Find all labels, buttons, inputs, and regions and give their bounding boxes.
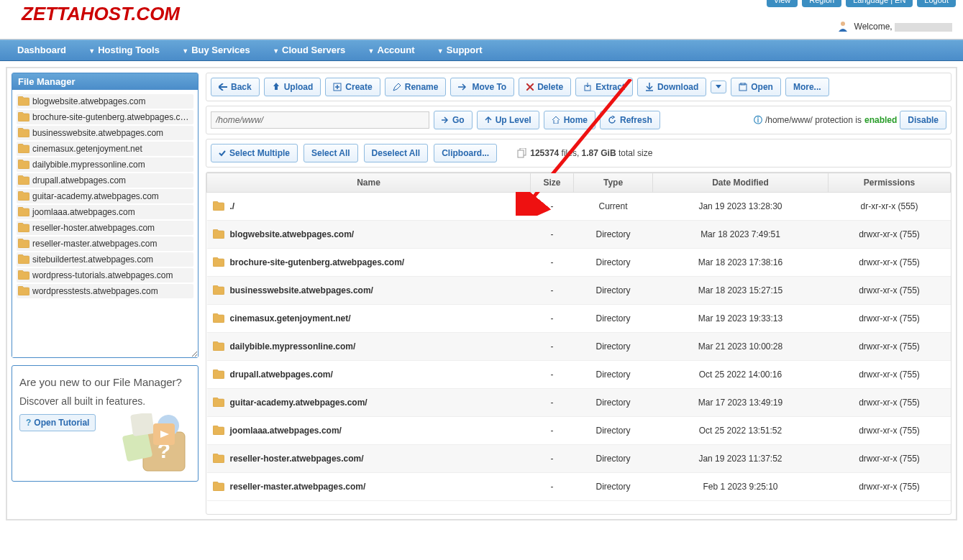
sidebar-item[interactable]: dailybible.mypressonline.com [17, 157, 193, 172]
file-date: Jan 19 2023 11:37:52 [653, 445, 829, 473]
username-redacted [895, 23, 952, 32]
file-type: Directory [574, 221, 653, 249]
sidebar-item[interactable]: brochure-site-gutenberg.atwebpages.com [17, 110, 193, 124]
folder-icon [213, 257, 224, 267]
file-type: Directory [574, 417, 653, 445]
folder-icon [18, 112, 29, 121]
file-size: - [531, 305, 574, 333]
promo-text-1: Are you new to our File Manager? [19, 376, 191, 388]
table-row[interactable]: cinemasux.getenjoyment.net/-DirectoryMar… [207, 305, 951, 333]
select-multiple-button[interactable]: Select Multiple [211, 144, 298, 162]
back-button[interactable]: Back [211, 78, 260, 96]
open-button[interactable]: Open [731, 78, 781, 96]
sidebar-item[interactable]: sitebuildertest.atwebpages.com [17, 252, 193, 267]
language-menu[interactable]: Language | EN [846, 0, 913, 7]
file-date: Mar 18 2023 17:38:16 [653, 249, 829, 277]
delete-button[interactable]: Delete [519, 78, 571, 96]
nav-dashboard[interactable]: Dashboard [7, 40, 76, 60]
download-button[interactable]: Download [637, 78, 706, 96]
file-manager-panel-title: File Manager [12, 73, 198, 90]
action-toolbar: Back Upload Create Rename Move To Delete… [206, 73, 951, 101]
file-name: dailybible.mypressonline.com/ [230, 341, 356, 352]
nav-account[interactable]: ▼Account [358, 40, 425, 61]
nav-buy-services[interactable]: ▼Buy Services [172, 40, 260, 61]
sidebar-item[interactable]: wordpress-tutorials.atwebpages.com [17, 268, 193, 283]
up-level-button[interactable]: Up Level [477, 111, 539, 129]
file-manager-panel: File Manager blogwebsite.atwebpages.comb… [12, 73, 198, 358]
sidebar-item[interactable]: businesswebsite.atwebpages.com [17, 126, 193, 140]
move-to-button[interactable]: Move To [450, 78, 514, 96]
table-row[interactable]: brochure-site-gutenberg.atwebpages.com/-… [207, 249, 951, 277]
go-button[interactable]: Go [434, 111, 473, 129]
deselect-all-button[interactable]: Deselect All [364, 144, 429, 162]
clipboard-button[interactable]: Clipboard... [434, 144, 497, 162]
sidebar-item-label: cinemasux.getenjoyment.net [32, 144, 142, 154]
column-header-type[interactable]: Type [574, 173, 653, 193]
create-button[interactable]: Create [325, 78, 380, 96]
home-button[interactable]: Home [544, 111, 595, 129]
table-row[interactable]: blogwebsite.atwebpages.com/-DirectoryMar… [207, 221, 951, 249]
file-size: - [531, 333, 574, 361]
file-size: - [531, 417, 574, 445]
view-menu[interactable]: View [767, 0, 798, 7]
sidebar-item[interactable]: drupall.atwebpages.com [17, 173, 193, 188]
sidebar-item-label: guitar-academy.atwebpages.com [32, 191, 159, 201]
folder-icon [213, 229, 224, 239]
table-row[interactable]: joomlaaa.atwebpages.com/-DirectoryOct 25… [207, 417, 951, 445]
table-row[interactable]: reseller-hoster.atwebpages.com/-Director… [207, 445, 951, 473]
table-row[interactable]: guitar-academy.atwebpages.com/-Directory… [207, 389, 951, 417]
refresh-button[interactable]: Refresh [600, 111, 660, 129]
sidebar-item[interactable]: blogwebsite.atwebpages.com [17, 94, 193, 109]
more-button[interactable]: More... [785, 78, 829, 96]
file-size: - [531, 193, 574, 221]
sidebar-item-label: businesswebsite.atwebpages.com [32, 128, 163, 138]
table-row[interactable]: dailybible.mypressonline.com/-DirectoryM… [207, 333, 951, 361]
file-date: Jan 19 2023 13:28:30 [653, 193, 829, 221]
sidebar-item[interactable]: wordpresstests.atwebpages.com [17, 284, 193, 298]
download-dropdown[interactable] [711, 81, 726, 93]
column-header-permissions[interactable]: Permissions [829, 173, 951, 193]
nav-hosting-tools[interactable]: ▼Hosting Tools [78, 40, 170, 61]
extract-button[interactable]: Extract [575, 78, 633, 96]
file-permissions: drwxr-xr-x (755) [829, 417, 951, 445]
files-icon [517, 148, 527, 158]
sidebar-item-label: blogwebsite.atwebpages.com [32, 96, 145, 106]
welcome-user: Welcome, [837, 20, 952, 34]
column-header-date[interactable]: Date Modified [653, 173, 829, 193]
upload-button[interactable]: Upload [264, 78, 321, 96]
sidebar-item[interactable]: joomlaaa.atwebpages.com [17, 205, 193, 219]
region-menu[interactable]: Region [802, 0, 841, 7]
table-row[interactable]: reseller-master.atwebpages.com/-Director… [207, 473, 951, 501]
logout-button[interactable]: Logout [917, 0, 956, 7]
path-input[interactable] [211, 111, 429, 129]
folder-icon [18, 191, 29, 201]
file-size: - [531, 221, 574, 249]
file-date: Mar 18 2023 7:49:51 [653, 221, 829, 249]
folder-icon [18, 207, 29, 216]
table-row[interactable]: drupall.atwebpages.com/-DirectoryOct 25 … [207, 361, 951, 389]
brand-logo[interactable]: ZETTAHOST.COM [22, 3, 180, 25]
file-size: - [531, 445, 574, 473]
column-header-size[interactable]: Size [531, 173, 574, 193]
file-name: businesswebsite.atwebpages.com/ [230, 285, 373, 295]
file-type: Directory [574, 445, 653, 473]
table-row[interactable]: businesswebsite.atwebpages.com/-Director… [207, 277, 951, 305]
sidebar-item[interactable]: guitar-academy.atwebpages.com [17, 189, 193, 203]
sidebar-item[interactable]: reseller-master.atwebpages.com [17, 237, 193, 251]
nav-cloud-servers[interactable]: ▼Cloud Servers [263, 40, 355, 61]
file-type: Directory [574, 277, 653, 305]
sidebar-item[interactable]: reseller-hoster.atwebpages.com [17, 221, 193, 235]
column-header-name[interactable]: Name [207, 173, 531, 193]
rename-button[interactable]: Rename [385, 78, 447, 96]
file-name: reseller-hoster.atwebpages.com/ [230, 454, 364, 464]
folder-icon [213, 454, 224, 463]
sidebar-item[interactable]: cinemasux.getenjoyment.net [17, 142, 193, 156]
select-all-button[interactable]: Select All [303, 144, 358, 162]
folder-icon [213, 482, 224, 491]
file-permissions: drwxr-xr-x (755) [829, 389, 951, 417]
table-row[interactable]: ./-CurrentJan 19 2023 13:28:30dr-xr-xr-x… [207, 193, 951, 221]
disable-protection-button[interactable]: Disable [900, 111, 946, 129]
open-tutorial-button[interactable]: ?Open Tutorial [19, 414, 96, 431]
nav-support[interactable]: ▼Support [427, 40, 493, 61]
file-name: cinemasux.getenjoyment.net/ [230, 313, 351, 323]
